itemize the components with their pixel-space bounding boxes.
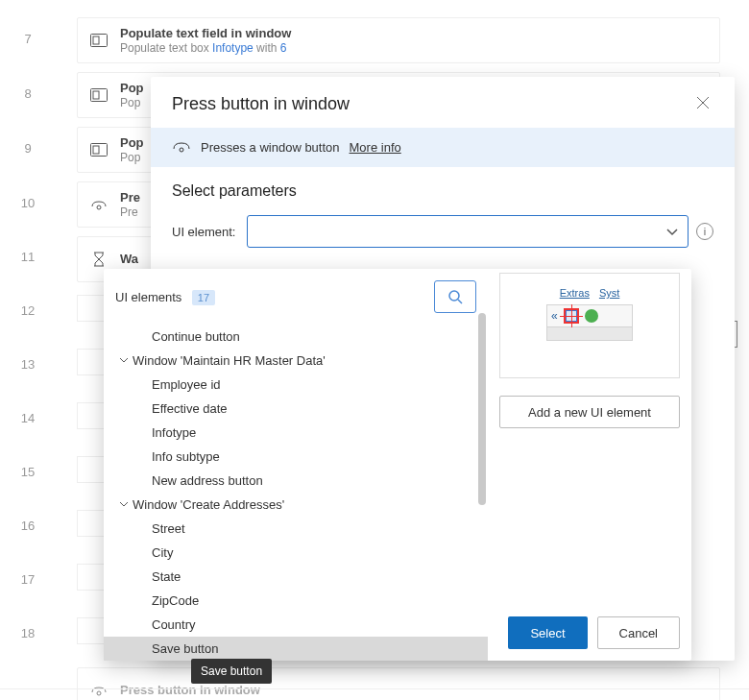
info-text: Presses a window button (201, 140, 340, 155)
textbox-icon (89, 85, 109, 105)
section-heading: Select parameters (172, 182, 713, 200)
info-banner: Presses a window button More info (151, 128, 735, 167)
element-preview: Extras Syst « (499, 273, 680, 378)
info-icon[interactable]: i (696, 223, 713, 240)
save-icon-highlighted (564, 308, 579, 324)
preview-menu-item: Syst (599, 287, 619, 299)
tree-item[interactable]: ZipCode (104, 589, 488, 613)
svg-rect-5 (93, 146, 99, 154)
flow-title: Populate text field in window (120, 26, 291, 41)
flow-subtitle: Pop (120, 96, 144, 109)
preview-bar (546, 327, 633, 341)
step-number: 10 (0, 196, 56, 210)
press-icon (172, 139, 191, 156)
svg-point-6 (97, 205, 101, 209)
step-number: 17 (0, 572, 56, 587)
tree-item[interactable]: Country (104, 613, 488, 637)
svg-point-8 (180, 148, 183, 152)
chevron-left-icon: « (551, 309, 558, 323)
svg-rect-3 (93, 91, 99, 99)
svg-rect-1 (93, 36, 99, 44)
tree-item[interactable]: Infotype (104, 421, 488, 445)
search-icon (447, 289, 463, 304)
press-icon (89, 195, 109, 214)
flow-subtitle: Pre (120, 205, 140, 219)
tree-item[interactable]: Info subtype (104, 445, 488, 469)
ui-element-picker: UI elements 17 Continue button Window 'M… (104, 269, 691, 661)
add-ui-element-button[interactable]: Add a new UI element (499, 396, 680, 428)
chevron-down-icon (115, 357, 133, 364)
wait-icon (89, 250, 109, 269)
flow-title: Wa (120, 252, 138, 267)
tree-item[interactable]: New address button (104, 469, 488, 493)
svg-point-9 (449, 291, 459, 301)
picker-heading: UI elements (115, 290, 181, 304)
chevron-down-icon (666, 223, 678, 240)
textbox-icon (89, 31, 109, 50)
flow-title: Pre (120, 190, 140, 205)
scrollbar[interactable] (478, 313, 486, 655)
step-number: 14 (0, 411, 56, 425)
bottom-divider (0, 688, 749, 700)
step-number: 12 (0, 303, 56, 318)
tree-item[interactable]: Employee id (104, 373, 488, 397)
tree-item[interactable]: Effective date (104, 397, 488, 421)
element-count-badge: 17 (192, 290, 215, 305)
step-number: 9 (0, 141, 56, 156)
flow-subtitle: Populate text box Infotype with 6 (120, 41, 291, 55)
tree-item[interactable]: City (104, 541, 488, 565)
dialog-title: Press button in window (172, 94, 350, 114)
globe-icon (585, 309, 598, 323)
tree-item[interactable]: Continue button (104, 325, 488, 349)
chevron-down-icon (115, 501, 133, 508)
cancel-button[interactable]: Cancel (597, 616, 680, 649)
search-button[interactable] (434, 280, 476, 313)
field-label: UI element: (172, 225, 239, 239)
tree-item-selected[interactable]: Save button (104, 637, 488, 661)
flow-step[interactable]: Populate text field in window Populate t… (77, 17, 720, 63)
step-number: 8 (0, 86, 56, 101)
tree-group[interactable]: Window 'Create Addresses' (104, 493, 488, 517)
ui-element-dropdown[interactable] (247, 215, 689, 248)
step-number: 11 (0, 250, 56, 264)
step-number: 18 (0, 626, 56, 640)
flow-title: Pop (120, 135, 144, 151)
step-number: 13 (0, 357, 56, 372)
step-number: 7 (0, 32, 56, 46)
tree-item[interactable]: Street (104, 517, 488, 541)
select-button[interactable]: Select (508, 616, 587, 649)
tooltip: Save button (191, 659, 272, 684)
preview-menu-item: Extras (560, 287, 590, 299)
textbox-icon (89, 140, 109, 159)
element-tree: Continue button Window 'Maintain HR Mast… (104, 321, 488, 661)
step-number: 16 (0, 519, 56, 533)
more-info-link[interactable]: More info (350, 140, 401, 155)
close-button[interactable] (696, 96, 713, 113)
tree-group[interactable]: Window 'Maintain HR Master Data' (104, 349, 488, 373)
tree-item[interactable]: State (104, 565, 488, 589)
flow-title: Pop (120, 81, 144, 96)
step-number: 15 (0, 465, 56, 479)
flow-subtitle: Pop (120, 151, 144, 164)
